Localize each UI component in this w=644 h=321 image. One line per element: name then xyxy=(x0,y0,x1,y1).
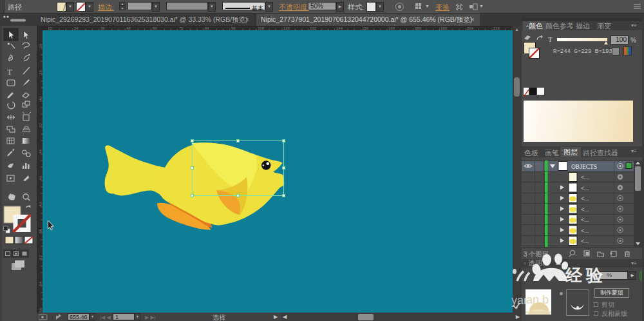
svg-text:<...: <... xyxy=(581,238,589,244)
svg-text:OBJECTS: OBJECTS xyxy=(571,164,597,170)
svg-text:<...: <... xyxy=(581,206,589,213)
svg-text:<...: <... xyxy=(581,228,589,234)
svg-text:基本: 基本 xyxy=(252,5,263,12)
svg-text:<...: <... xyxy=(581,174,589,180)
svg-text:T: T xyxy=(7,67,12,77)
svg-text:<...: <... xyxy=(581,185,589,191)
svg-text:<...: <... xyxy=(581,195,589,202)
svg-text:<...: <... xyxy=(581,217,589,223)
